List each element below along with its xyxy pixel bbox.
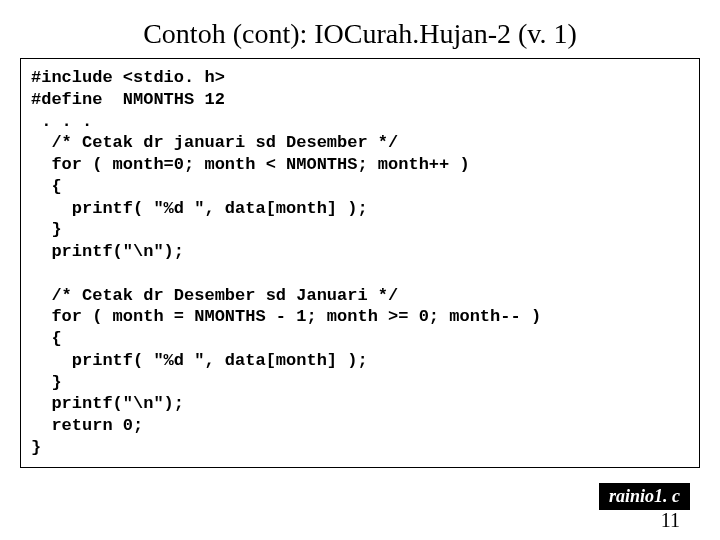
filename-badge: rainio1. c: [599, 483, 690, 510]
slide: Contoh (cont): IOCurah.Hujan-2 (v. 1) #i…: [0, 0, 720, 540]
code-block: #include <stdio. h> #define NMONTHS 12 .…: [20, 58, 700, 468]
page-number: 11: [661, 509, 680, 532]
slide-title: Contoh (cont): IOCurah.Hujan-2 (v. 1): [0, 0, 720, 58]
